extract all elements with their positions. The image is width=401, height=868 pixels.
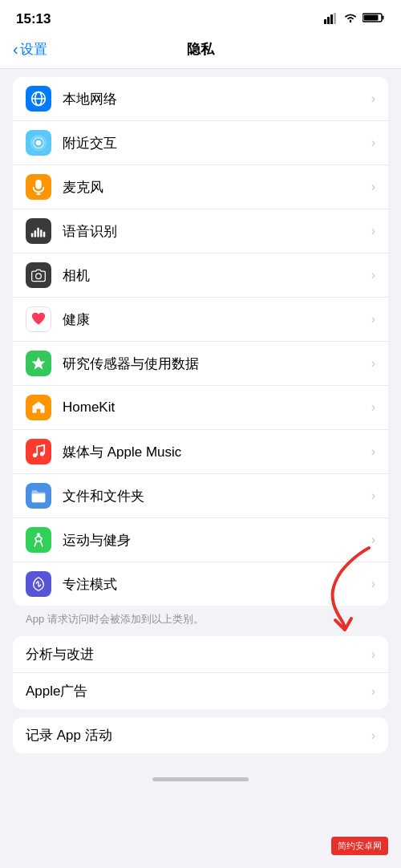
app-activity-chevron: › [371, 728, 375, 743]
apple-ads-label: Apple广告 [26, 682, 367, 700]
speech-recognition-row[interactable]: 语音识别 › [13, 209, 388, 254]
app-activity-section: 记录 App 活动 › [0, 717, 401, 753]
app-activity-row[interactable]: 记录 App 活动 › [13, 717, 388, 753]
apple-ads-chevron: › [371, 684, 375, 699]
homekit-icon [26, 395, 51, 420]
home-indicator-bar [152, 777, 249, 781]
status-icons [324, 12, 385, 26]
svg-rect-2 [330, 14, 333, 24]
microphone-label: 麦克风 [63, 178, 367, 197]
fitness-chevron: › [371, 533, 375, 547]
nav-back-button[interactable]: ‹ 设置 [13, 40, 47, 59]
analytics-row[interactable]: 分析与改进 › [13, 636, 388, 673]
nearby-interaction-chevron: › [371, 136, 375, 150]
speech-recognition-icon [26, 218, 51, 244]
svg-rect-16 [31, 233, 34, 237]
svg-rect-19 [40, 229, 43, 237]
analytics-section: 分析与改进 › Apple广告 › [0, 636, 401, 709]
status-time: 15:13 [16, 11, 51, 27]
focus-row[interactable]: 专注模式 › [13, 562, 388, 606]
microphone-row[interactable]: 麦克风 › [13, 165, 388, 209]
speech-recognition-label: 语音识别 [63, 222, 367, 241]
svg-rect-0 [324, 19, 326, 24]
home-indicator [0, 761, 401, 789]
svg-rect-18 [37, 228, 39, 237]
camera-icon [26, 262, 51, 288]
svg-point-21 [36, 274, 42, 279]
files-icon [26, 483, 51, 509]
svg-rect-1 [327, 17, 330, 24]
fitness-row[interactable]: 运动与健身 › [13, 518, 388, 562]
microphone-icon [26, 174, 51, 200]
local-network-label: 本地网络 [63, 90, 367, 108]
app-activity-group: 记录 App 活动 › [13, 717, 388, 753]
research-sensors-icon [26, 351, 51, 376]
homekit-label: HomeKit [63, 400, 367, 416]
health-label: 健康 [63, 310, 367, 329]
camera-row[interactable]: 相机 › [13, 254, 388, 298]
media-music-icon [26, 439, 51, 464]
back-chevron-icon: ‹ [13, 40, 18, 59]
fitness-icon [26, 527, 51, 553]
health-icon [26, 306, 51, 332]
research-sensors-chevron: › [371, 356, 375, 371]
app-activity-label: 记录 App 活动 [26, 726, 367, 744]
media-music-chevron: › [371, 444, 375, 459]
local-network-row[interactable]: 本地网络 › [13, 77, 388, 121]
focus-icon [26, 571, 51, 597]
svg-point-10 [36, 140, 42, 146]
svg-rect-3 [334, 13, 336, 24]
analytics-group: 分析与改进 › Apple广告 › [13, 636, 388, 709]
settings-list: 本地网络 › 附近交互 › [0, 77, 401, 753]
local-network-chevron: › [371, 91, 375, 106]
speech-recognition-chevron: › [371, 224, 375, 238]
status-bar: 15:13 [0, 0, 401, 34]
svg-rect-20 [43, 232, 46, 237]
nav-back-label: 设置 [20, 40, 47, 59]
svg-rect-6 [364, 15, 379, 21]
footer-note: App 请求访问时会被添加到以上类别。 [0, 606, 401, 636]
research-sensors-label: 研究传感器与使用数据 [63, 355, 367, 373]
local-network-icon [26, 86, 51, 112]
svg-rect-5 [383, 16, 384, 20]
nav-bar: ‹ 设置 隐私 [0, 34, 401, 69]
apple-ads-row[interactable]: Apple广告 › [13, 673, 388, 709]
media-music-row[interactable]: 媒体与 Apple Music › [13, 430, 388, 474]
files-row[interactable]: 文件和文件夹 › [13, 474, 388, 518]
files-label: 文件和文件夹 [63, 487, 367, 505]
camera-chevron: › [371, 268, 375, 282]
svg-point-22 [37, 533, 40, 536]
svg-rect-13 [35, 180, 41, 189]
health-row[interactable]: 健康 › [13, 298, 388, 342]
files-chevron: › [371, 489, 375, 503]
homekit-chevron: › [371, 400, 375, 415]
media-music-label: 媒体与 Apple Music [63, 443, 367, 461]
nearby-interaction-icon [26, 130, 51, 156]
homekit-row[interactable]: HomeKit › [13, 386, 388, 430]
microphone-chevron: › [371, 180, 375, 194]
watermark: 简约安卓网 [331, 837, 388, 855]
battery-icon [363, 12, 385, 26]
nearby-interaction-row[interactable]: 附近交互 › [13, 121, 388, 165]
nav-title: 隐私 [187, 40, 214, 59]
signal-icon [324, 13, 338, 26]
camera-label: 相机 [63, 266, 367, 285]
health-chevron: › [371, 312, 375, 327]
focus-chevron: › [371, 577, 375, 591]
focus-label: 专注模式 [63, 575, 367, 594]
svg-rect-17 [34, 230, 37, 237]
wifi-icon [343, 12, 358, 26]
analytics-chevron: › [371, 647, 375, 662]
fitness-label: 运动与健身 [63, 531, 367, 550]
nearby-interaction-label: 附近交互 [63, 134, 367, 152]
analytics-label: 分析与改进 [26, 645, 367, 663]
research-sensors-row[interactable]: 研究传感器与使用数据 › [13, 342, 388, 386]
privacy-options-group: 本地网络 › 附近交互 › [13, 77, 388, 606]
